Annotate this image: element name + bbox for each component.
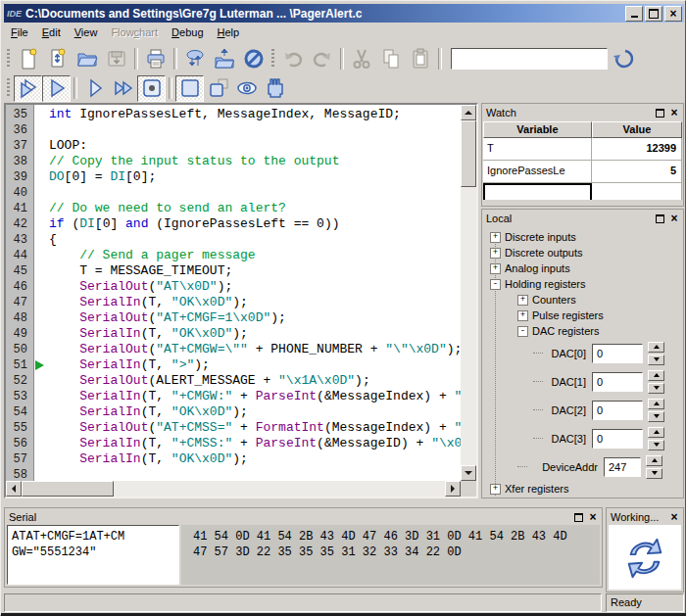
code-line-44[interactable]: 44 // Send a pager message xyxy=(6,248,461,263)
float-panel-button[interactable] xyxy=(653,107,666,118)
code-line-53[interactable]: 53 SerialIn(T, "+CMGW:" + ParseInt(&Mess… xyxy=(6,389,461,404)
code-line-49[interactable]: 49 SerialIn(T, "OK\x0D"); xyxy=(6,326,461,342)
watch-value-cell[interactable]: 5 xyxy=(592,161,682,183)
go-button[interactable] xyxy=(42,75,71,102)
spin-down-button[interactable] xyxy=(648,355,664,365)
serial-panel-titlebar[interactable]: Serial × xyxy=(5,508,602,526)
download-to-device-button[interactable] xyxy=(180,45,210,72)
serial-hex-view[interactable]: 41 54 0D 41 54 2B 43 4D 47 46 3D 31 0D 4… xyxy=(181,525,600,585)
scroll-right-button[interactable] xyxy=(445,481,461,497)
spin-up-button[interactable] xyxy=(648,342,664,353)
stop-button[interactable] xyxy=(175,75,204,102)
code-line-35[interactable]: 35int IgnorePassesLeft, MessageIndex, Me… xyxy=(6,107,461,122)
code-line-58[interactable]: 58 xyxy=(6,467,461,481)
deviceaddr-input[interactable] xyxy=(604,457,641,477)
code-line-42[interactable]: 42if (DI[0] and (IgnorePassesLeft == 0)) xyxy=(6,216,461,232)
vertical-scroll-thumb[interactable] xyxy=(461,120,476,187)
spin-down-button[interactable] xyxy=(646,468,662,479)
code-line-50[interactable]: 50 SerialOut("AT+CMGW=\"" + PHONE_NUMBER… xyxy=(6,342,461,357)
undo-button[interactable] xyxy=(278,45,308,72)
expand-icon[interactable]: + xyxy=(490,248,501,259)
column-header-value[interactable]: Value xyxy=(592,121,682,138)
tree-item-discrete-outputs[interactable]: +Discrete outputs xyxy=(484,245,681,261)
watch-value-cell[interactable]: 12399 xyxy=(592,138,682,161)
close-button[interactable]: × xyxy=(664,6,682,22)
minimize-button[interactable] xyxy=(625,6,643,22)
toolbar-grip[interactable] xyxy=(271,49,274,69)
watch-row[interactable]: IgnorePassesLe5 xyxy=(483,161,682,183)
scroll-down-button[interactable] xyxy=(461,465,476,481)
new-flowchart-button[interactable] xyxy=(43,45,73,72)
code-view[interactable]: 35int IgnorePassesLeft, MessageIndex, Me… xyxy=(6,105,461,481)
maximize-button[interactable] xyxy=(645,6,662,22)
title-bar[interactable]: IDE C:\Documents and Settings\Gre7g Lute… xyxy=(4,4,684,23)
code-line-37[interactable]: 37LOOP: xyxy=(6,138,461,154)
fast-forward-button[interactable] xyxy=(109,75,137,102)
watch-panel-titlebar[interactable]: Watch × xyxy=(482,104,683,121)
close-panel-button[interactable]: × xyxy=(667,213,681,224)
spin-down-button[interactable] xyxy=(648,383,664,394)
code-line-39[interactable]: 39DO[0] = DI[0]; xyxy=(6,169,461,185)
dac-1-input[interactable] xyxy=(592,372,643,392)
expand-icon[interactable]: + xyxy=(490,484,501,495)
tree-item-dac-1[interactable]: DAC[1] xyxy=(484,367,681,396)
search-input[interactable] xyxy=(451,48,608,70)
tree-item-holding-registers[interactable]: -Holding registers xyxy=(484,276,681,292)
code-line-55[interactable]: 55 SerialOut("AT+CMSS=" + FormatInt(Mess… xyxy=(6,420,461,436)
code-line-38[interactable]: 38// Copy the input status to the output xyxy=(6,154,461,169)
new-file-button[interactable] xyxy=(14,45,43,72)
watch-variable-cell[interactable]: T xyxy=(483,138,592,161)
dac-2-input[interactable] xyxy=(592,401,643,420)
serial-ascii-view[interactable]: ATAT+CMGF=1AT+CM GW="5551234" xyxy=(7,525,179,585)
collapse-icon[interactable]: - xyxy=(517,326,528,337)
tree-item-xfer-registers[interactable]: +Xfer registers xyxy=(484,481,681,496)
spin-up-button[interactable] xyxy=(648,399,664,409)
code-line-51[interactable]: 51 SerialIn(T, ">"); xyxy=(6,357,461,373)
code-line-46[interactable]: 46 SerialOut("AT\x0D"); xyxy=(6,279,461,295)
toolbar-grip[interactable] xyxy=(7,78,10,98)
tree-item-dac-3[interactable]: DAC[3] xyxy=(484,424,681,452)
open-button[interactable] xyxy=(73,45,102,72)
paste-button[interactable] xyxy=(406,45,435,72)
code-line-52[interactable]: 52 SerialOut(ALERT_MESSAGE + "\x1A\x0D")… xyxy=(6,373,461,389)
code-line-54[interactable]: 54 SerialIn(T, "OK\x0D"); xyxy=(6,404,461,420)
menu-edit[interactable]: Edit xyxy=(35,24,68,40)
tree-item-pulse-registers[interactable]: +Pulse registers xyxy=(484,308,681,323)
vertical-scrollbar[interactable] xyxy=(461,105,476,481)
code-editor[interactable]: 35int IgnorePassesLeft, MessageIndex, Me… xyxy=(4,103,478,498)
tree-item-deviceaddr[interactable]: DeviceAddr xyxy=(484,452,681,481)
tree-item-analog-inputs[interactable]: +Analog inputs xyxy=(484,261,681,276)
toolbar-grip[interactable] xyxy=(7,49,10,69)
watch-value-cell[interactable] xyxy=(592,183,682,200)
close-panel-button[interactable]: × xyxy=(586,511,600,523)
tree-item-dac-registers[interactable]: -DAC registers xyxy=(484,323,681,339)
scroll-up-button[interactable] xyxy=(461,105,476,120)
menu-flowchart[interactable]: Flowchart xyxy=(104,24,165,40)
menu-help[interactable]: Help xyxy=(211,24,247,40)
code-line-57[interactable]: 57 SerialIn(T, "OK\x0D"); xyxy=(6,451,461,467)
cancel-button[interactable] xyxy=(239,45,269,72)
code-line-36[interactable]: 36 xyxy=(6,122,461,138)
run-flowchart-button[interactable] xyxy=(14,75,42,102)
spin-up-button[interactable] xyxy=(648,427,664,438)
horizontal-scroll-thumb[interactable] xyxy=(22,481,114,497)
close-panel-button[interactable]: × xyxy=(667,107,681,118)
print-button[interactable] xyxy=(141,45,171,72)
watch-row[interactable] xyxy=(483,183,682,200)
step-button[interactable] xyxy=(80,75,109,102)
expand-icon[interactable]: + xyxy=(517,295,528,306)
code-line-40[interactable]: 40 xyxy=(6,185,461,201)
tree-item-counters[interactable]: +Counters xyxy=(484,292,681,308)
search-go-button[interactable] xyxy=(608,45,637,72)
save-button[interactable] xyxy=(102,45,131,72)
collapse-icon[interactable]: - xyxy=(490,279,501,290)
tree-item-dac-0[interactable]: DAC[0] xyxy=(484,339,681,367)
code-line-41[interactable]: 41// Do we need to send an alert? xyxy=(6,201,461,216)
scroll-left-button[interactable] xyxy=(6,481,22,497)
expand-icon[interactable]: + xyxy=(490,263,501,274)
watch-variable-cell[interactable] xyxy=(483,183,592,200)
expand-icon[interactable]: + xyxy=(517,310,528,321)
watch-variable-cell[interactable]: IgnorePassesLe xyxy=(483,161,592,183)
code-area[interactable]: 35int IgnorePassesLeft, MessageIndex, Me… xyxy=(6,107,461,481)
spin-down-button[interactable] xyxy=(648,411,664,422)
